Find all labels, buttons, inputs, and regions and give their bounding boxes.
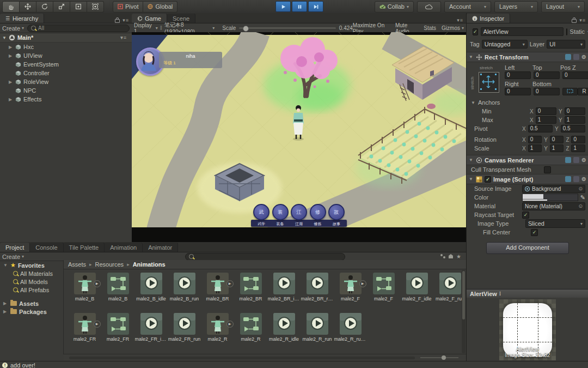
foldout-arrow[interactable]: ▶ — [8, 53, 13, 58]
bottom-panel-tab[interactable]: Tile Palette — [64, 243, 105, 252]
expand-subassets-icon[interactable]: ▶ — [359, 280, 366, 287]
asset-thumbnail[interactable]: ▶ — [107, 313, 129, 335]
stats-toggle[interactable]: Stats — [424, 25, 436, 31]
presets-icon[interactable] — [573, 157, 579, 163]
image-enabled-checkbox[interactable]: ✓ — [485, 176, 491, 183]
hud-menu-icon[interactable]: 故 — [328, 204, 345, 220]
asset-item[interactable]: ▶ male2_B — [68, 273, 101, 311]
raw-edit-button[interactable]: R — [578, 88, 588, 95]
thumbnail-size-slider[interactable] — [420, 357, 458, 358]
hierarchy-item[interactable]: ▶ UIView — [0, 51, 132, 60]
scale-slider[interactable] — [239, 27, 335, 29]
rotation-x-field[interactable]: 0 — [528, 136, 542, 143]
fill-center-checkbox[interactable]: ✓ — [531, 229, 538, 236]
asset-thumbnail[interactable]: ▶ — [207, 313, 229, 335]
asset-item[interactable]: ▶ male2_F_idle — [400, 273, 433, 311]
panel-menu-icon[interactable]: ▾≡ — [579, 17, 586, 23]
root-folder-item[interactable]: ▶Assets — [0, 299, 63, 307]
breadcrumb-item[interactable]: Resources — [95, 261, 124, 268]
scale-x-field[interactable]: 1 — [528, 144, 542, 152]
pivot-toggle-button[interactable]: Pivot — [113, 1, 143, 13]
search-by-label-icon[interactable] — [448, 254, 454, 260]
asset-item[interactable]: ▶ male2_F — [334, 273, 367, 311]
layer-dropdown[interactable]: UI▾ — [547, 40, 585, 49]
add-component-button[interactable]: Add Component — [486, 242, 569, 254]
hud-menu-button[interactable]: 江 江湖 — [290, 204, 308, 227]
scene-menu-icon[interactable]: ▾≡ — [120, 35, 127, 40]
breadcrumb-item[interactable]: Assets — [68, 261, 86, 268]
hierarchy-search-input[interactable]: All — [27, 25, 130, 32]
asset-item[interactable]: ▶ male2_BR — [201, 273, 234, 311]
asset-item[interactable]: ▶ male2_FR_run — [168, 313, 201, 351]
favorite-search-item[interactable]: All Materials — [0, 269, 63, 277]
anchors-max-y-field[interactable]: 1 — [565, 116, 585, 124]
asset-item[interactable]: ▶ male2_B — [101, 273, 134, 311]
cull-transparent-mesh-checkbox[interactable] — [544, 166, 551, 173]
asset-item[interactable]: ▶ male2_BR_idle — [267, 273, 301, 311]
asset-thumbnail[interactable]: ▶ — [406, 273, 428, 294]
hierarchy-create-dropdown[interactable]: Create▾ — [2, 25, 24, 32]
scale-z-field[interactable]: 1 — [571, 144, 585, 152]
hierarchy-item[interactable]: ▶ Hxc — [0, 43, 132, 51]
help-icon[interactable] — [565, 157, 571, 163]
root-folder-item[interactable]: ▶Packages — [0, 307, 63, 316]
scene-foldout-arrow[interactable]: ▼ — [2, 35, 7, 40]
presets-icon[interactable] — [573, 176, 579, 182]
bottom-panel-tab[interactable]: Console — [30, 243, 63, 252]
static-checkbox[interactable] — [566, 28, 567, 35]
asset-thumbnail[interactable]: ▶ — [307, 273, 328, 294]
source-image-field[interactable]: Background⊙ — [522, 185, 585, 193]
hierarchy-item[interactable]: EventSystem — [0, 60, 132, 69]
asset-thumbnail[interactable]: ▶ — [340, 273, 362, 294]
inspector-tab[interactable]: i Inspector — [467, 14, 510, 23]
object-name-input[interactable] — [481, 27, 564, 36]
layout-dropdown[interactable]: Layout▾ — [541, 1, 585, 13]
hierarchy-item[interactable]: ▶ Effects — [0, 95, 132, 104]
hand-tool-button[interactable] — [2, 1, 20, 13]
asset-thumbnail[interactable]: ▶ — [207, 273, 229, 294]
gizmos-dropdown[interactable]: Gizmos▾ — [442, 25, 464, 31]
tag-dropdown[interactable]: Untagged▾ — [482, 40, 528, 49]
anchors-min-x-field[interactable]: 0 — [536, 107, 556, 115]
scene-row-main[interactable]: ▼ Main* ▾≡ — [0, 33, 132, 43]
collab-button[interactable]: Collab▾ — [375, 1, 414, 13]
rotation-y-field[interactable]: 0 — [550, 136, 564, 143]
asset-thumbnail[interactable]: ▶ — [74, 313, 96, 335]
asset-item[interactable]: ▶ male2_BR_run — [301, 273, 334, 311]
favorite-search-item[interactable]: All Models — [0, 277, 63, 286]
expand-subassets-icon[interactable]: ▶ — [94, 280, 101, 287]
preview-header[interactable]: AlertView⁞ — [467, 289, 588, 298]
foldout-arrow[interactable]: ▶ — [8, 80, 13, 85]
expand-subassets-icon[interactable]: ▶ — [94, 321, 101, 328]
hud-menu-button[interactable]: 故 故事 — [328, 204, 345, 227]
gear-icon[interactable]: ⚙ — [581, 54, 586, 60]
anchors-max-x-field[interactable]: 1 — [536, 116, 556, 124]
account-dropdown[interactable]: Account▾ — [444, 1, 491, 13]
lock-icon[interactable] — [572, 19, 577, 23]
anchor-preset-widget[interactable]: stretch stretch — [470, 64, 504, 98]
asset-thumbnail[interactable]: ▶ — [307, 313, 328, 335]
status-message[interactable]: add over! — [10, 362, 35, 368]
hud-menu-icon[interactable]: 武 — [253, 204, 270, 220]
asset-item[interactable]: ▶ male2_FR_idle — [134, 313, 168, 351]
anchor-preset-box[interactable] — [479, 72, 499, 93]
lock-icon[interactable] — [115, 19, 120, 23]
asset-item[interactable]: ▶ male2_R — [234, 313, 267, 351]
top-field[interactable]: 0 — [534, 71, 560, 79]
bottom-panel-tab[interactable]: Animator — [143, 243, 178, 252]
project-horizontal-scrollbar[interactable] — [69, 357, 415, 359]
move-tool-button[interactable] — [20, 1, 36, 13]
asset-thumbnail[interactable]: ▶ — [74, 273, 96, 294]
asset-thumbnail[interactable]: ▶ — [140, 273, 162, 294]
left-field[interactable]: 0 — [505, 71, 531, 79]
active-checkbox[interactable]: ✓ — [473, 28, 478, 35]
object-picker-icon[interactable]: ⊙ — [578, 203, 583, 209]
color-swatch[interactable] — [522, 194, 578, 201]
favorites-root[interactable]: ▼★Favorites — [0, 261, 63, 269]
material-field[interactable]: None (Material)⊙ — [522, 202, 585, 210]
gear-icon[interactable]: ⚙ — [581, 176, 586, 182]
play-button[interactable] — [275, 1, 291, 12]
expand-subassets-icon[interactable]: ▶ — [226, 321, 234, 328]
bottom-panel-tab[interactable]: Project — [0, 243, 30, 252]
expand-subassets-icon[interactable]: ▶ — [226, 280, 234, 287]
